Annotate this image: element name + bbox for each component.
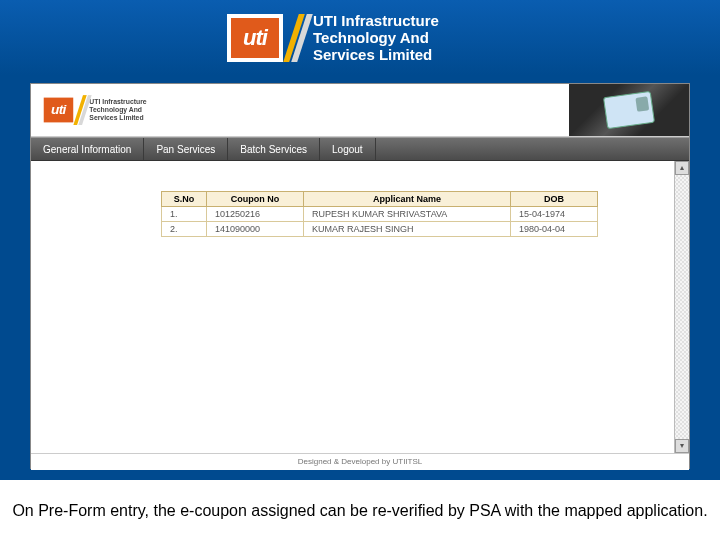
- app-header: uti UTI Infrastructure Technology And Se…: [31, 84, 689, 137]
- company-name: UTI Infrastructure Technology And Servic…: [313, 12, 493, 64]
- brand-logo: uti UTI Infrastructure Technology And Se…: [227, 12, 493, 64]
- scroll-down-button[interactable]: ▾: [675, 439, 689, 453]
- col-sno: S.No: [162, 192, 207, 207]
- hero-image: [569, 84, 689, 136]
- cell-dob: 15-04-1974: [511, 207, 598, 222]
- table-header-row: S.No Coupon No Applicant Name DOB: [162, 192, 598, 207]
- vertical-scrollbar[interactable]: ▴ ▾: [674, 161, 689, 453]
- logo-text: uti: [243, 25, 267, 51]
- scroll-up-button[interactable]: ▴: [675, 161, 689, 175]
- cell-coupon: 101250216: [207, 207, 304, 222]
- app-footer: Designed & Developed by UTIITSL: [31, 453, 689, 470]
- content-area: S.No Coupon No Applicant Name DOB 1. 101…: [31, 161, 689, 453]
- uti-icon: uti: [41, 95, 76, 125]
- col-coupon: Coupon No: [207, 192, 304, 207]
- cell-sno: 1.: [162, 207, 207, 222]
- slash-icon: [78, 95, 87, 125]
- cell-dob: 1980-04-04: [511, 222, 598, 237]
- table-row[interactable]: 2. 141090000 KUMAR RAJESH SINGH 1980-04-…: [162, 222, 598, 237]
- menu-general-info[interactable]: General Information: [31, 138, 144, 160]
- coupon-table: S.No Coupon No Applicant Name DOB 1. 101…: [161, 191, 598, 237]
- slide: uti UTI Infrastructure Technology And Se…: [0, 0, 720, 540]
- cell-name: RUPESH KUMAR SHRIVASTAVA: [304, 207, 511, 222]
- col-dob: DOB: [511, 192, 598, 207]
- pan-card-icon: [603, 91, 655, 129]
- table-row[interactable]: 1. 101250216 RUPESH KUMAR SHRIVASTAVA 15…: [162, 207, 598, 222]
- menu-batch-services[interactable]: Batch Services: [228, 138, 320, 160]
- app-window: uti UTI Infrastructure Technology And Se…: [30, 83, 690, 469]
- slash-icon: [291, 14, 305, 62]
- cell-name: KUMAR RAJESH SINGH: [304, 222, 511, 237]
- menu-pan-services[interactable]: Pan Services: [144, 138, 228, 160]
- menu-bar: General Information Pan Services Batch S…: [31, 137, 689, 161]
- caption-area: On Pre-Form entry, the e-coupon assigned…: [0, 480, 720, 540]
- uti-icon: uti: [227, 14, 283, 62]
- company-name-small: UTI Infrastructure Technology And Servic…: [89, 98, 151, 122]
- slide-caption: On Pre-Form entry, the e-coupon assigned…: [10, 497, 710, 526]
- col-name: Applicant Name: [304, 192, 511, 207]
- slide-header: uti UTI Infrastructure Technology And Se…: [0, 0, 720, 75]
- menu-logout[interactable]: Logout: [320, 138, 376, 160]
- cell-coupon: 141090000: [207, 222, 304, 237]
- app-logo: uti UTI Infrastructure Technology And Se…: [41, 95, 151, 125]
- cell-sno: 2.: [162, 222, 207, 237]
